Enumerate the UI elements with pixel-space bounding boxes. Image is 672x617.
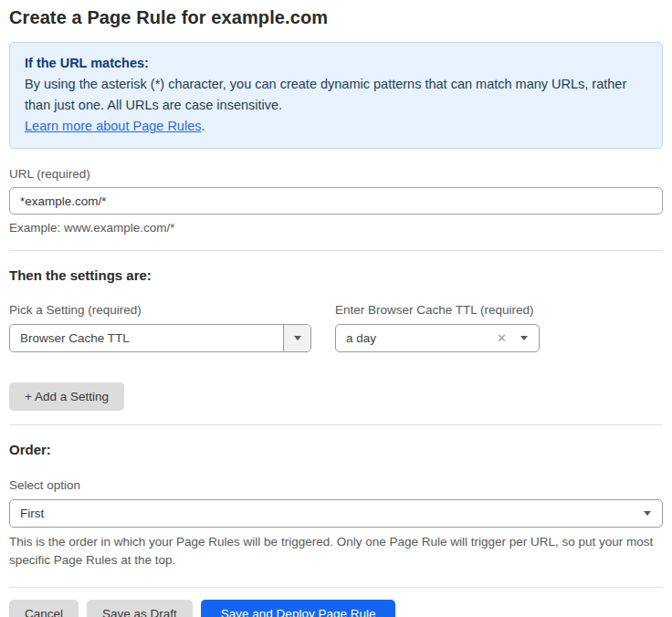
url-input[interactable]	[9, 187, 663, 214]
setting-picker-label: Pick a Setting (required)	[9, 303, 311, 317]
divider	[9, 424, 663, 425]
settings-row: Pick a Setting (required) Browser Cache …	[9, 303, 663, 352]
link-period: .	[201, 119, 205, 133]
create-page-rule-form: Create a Page Rule for example.com If th…	[0, 7, 672, 617]
order-select-label: Select option	[9, 478, 663, 492]
chevron-down-icon	[294, 336, 301, 340]
settings-section-heading: Then the settings are:	[9, 267, 663, 283]
order-select[interactable]: First	[9, 499, 663, 528]
setting-picker-group: Pick a Setting (required) Browser Cache …	[9, 303, 311, 352]
divider	[9, 250, 663, 251]
save-as-draft-button[interactable]: Save as Draft	[87, 600, 193, 617]
setting-picker-select[interactable]: Browser Cache TTL	[9, 324, 311, 352]
footer-actions: Cancel Save as Draft Save and Deploy Pag…	[9, 600, 663, 617]
add-setting-button[interactable]: + Add a Setting	[9, 382, 124, 411]
info-box-body: By using the asterisk (*) character, you…	[25, 74, 647, 116]
order-select-value: First	[10, 507, 644, 520]
chevron-down-icon	[644, 511, 651, 516]
url-matches-info-box: If the URL matches: By using the asteris…	[9, 42, 663, 149]
ttl-picker-select[interactable]: a day ✕	[335, 324, 540, 352]
learn-more-link[interactable]: Learn more about Page Rules	[25, 119, 201, 133]
setting-picker-arrow-segment[interactable]	[283, 325, 310, 351]
order-help-text: This is the order in which your Page Rul…	[9, 533, 663, 570]
cancel-button[interactable]: Cancel	[9, 600, 79, 617]
divider	[9, 587, 663, 588]
setting-picker-value: Browser Cache TTL	[10, 331, 283, 345]
page-title: Create a Page Rule for example.com	[9, 7, 663, 28]
chevron-down-icon	[520, 336, 528, 340]
ttl-picker-value: a day	[336, 331, 497, 345]
url-example-text: Example: www.example.com/*	[9, 221, 663, 235]
save-and-deploy-button[interactable]: Save and Deploy Page Rule	[201, 600, 396, 617]
clear-icon[interactable]: ✕	[497, 332, 507, 344]
order-section-heading: Order:	[9, 442, 663, 457]
url-field-label: URL (required)	[9, 167, 663, 181]
ttl-picker-group: Enter Browser Cache TTL (required) a day…	[335, 303, 540, 352]
info-box-heading: If the URL matches:	[25, 53, 647, 74]
info-box-link-line: Learn more about Page Rules.	[25, 116, 647, 137]
ttl-picker-label: Enter Browser Cache TTL (required)	[335, 303, 540, 317]
